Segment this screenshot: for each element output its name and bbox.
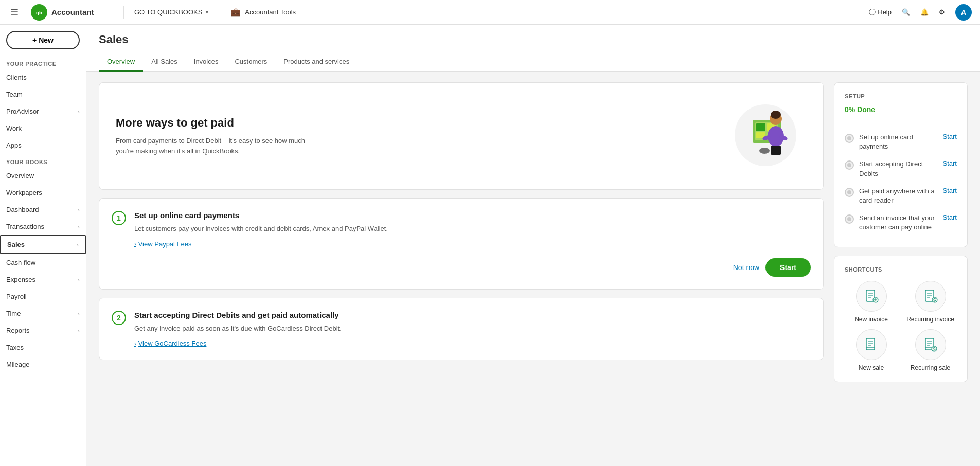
step-2-link[interactable]: › View GoCardless Fees (134, 339, 342, 347)
tab-overview[interactable]: Overview (99, 52, 143, 72)
transactions-chevron-icon: › (78, 224, 80, 230)
shortcut-recurring-invoice[interactable]: Recurring invoice (904, 281, 957, 323)
step-1-header: 1 Set up online card payments Let custom… (112, 211, 811, 248)
svg-rect-27 (866, 338, 875, 350)
sidebar-item-dashboard[interactable]: Dashboard › (0, 201, 86, 218)
hero-text: More ways to get paid From card payments… (116, 116, 311, 156)
step-1-link[interactable]: › View Paypal Fees (134, 240, 388, 248)
setup-panel: SETUP 0% Done Set up online card payment… (834, 82, 968, 247)
avatar[interactable]: A (955, 4, 972, 21)
tab-invoices[interactable]: Invoices (186, 52, 227, 72)
nav-divider-2 (220, 6, 220, 19)
briefcase-icon: 💼 (230, 7, 241, 17)
hero-card: More ways to get paid From card payments… (99, 82, 824, 190)
new-sale-icon (856, 329, 887, 360)
sidebar-item-transactions[interactable]: Transactions › (0, 218, 86, 235)
step-1-content: Set up online card payments Let customer… (134, 211, 388, 248)
sidebar-item-cashflow[interactable]: Cash flow (0, 254, 86, 271)
search-button[interactable]: 🔍 (902, 8, 910, 16)
step-2-link-chevron-icon: › (134, 340, 136, 347)
logo-text: Accountant (51, 8, 94, 16)
setup-item-1: Start accepting Direct Debits Start (845, 155, 957, 182)
settings-button[interactable]: ⚙ (939, 8, 945, 16)
page-body: More ways to get paid From card payments… (86, 72, 980, 466)
tab-all-sales[interactable]: All Sales (143, 52, 186, 72)
sidebar-item-overview[interactable]: Overview (0, 167, 86, 184)
sidebar-item-work[interactable]: Work (0, 120, 86, 137)
hamburger-icon[interactable]: ☰ (8, 5, 21, 20)
setup-label: SETUP (845, 93, 957, 99)
recurring-sale-label: Recurring sale (911, 364, 950, 371)
top-nav-right: ⓘ Help 🔍 🔔 ⚙ A (869, 4, 972, 21)
new-invoice-label: New invoice (854, 316, 888, 323)
page-header: Sales Overview All Sales Invoices Custom… (86, 25, 980, 72)
accountant-tools-button[interactable]: 💼 Accountant Tools (230, 7, 296, 17)
setup-item-3: Send an invoice that your customer can p… (845, 209, 957, 236)
notifications-button[interactable]: 🔔 (920, 8, 929, 16)
proadvisor-chevron-icon: › (78, 109, 80, 115)
sidebar-item-workpapers[interactable]: Workpapers (0, 184, 86, 201)
step-1-description: Let customers pay your invoices with cre… (134, 224, 388, 234)
sidebar-item-team[interactable]: Team (0, 86, 86, 103)
help-button[interactable]: ⓘ Help (869, 8, 892, 17)
bell-icon: 🔔 (920, 8, 929, 16)
setup-start-2[interactable]: Start (943, 187, 957, 194)
main-layout: + New YOUR PRACTICE Clients Team ProAdvi… (0, 25, 980, 466)
sidebar-item-apps[interactable]: Apps (0, 137, 86, 154)
hero-illustration (724, 99, 807, 173)
shortcut-recurring-sale[interactable]: Recurring sale (904, 329, 957, 371)
tabs-bar: Overview All Sales Invoices Customers Pr… (99, 52, 968, 71)
setup-check-3 (845, 214, 854, 224)
hero-title: More ways to get paid (116, 116, 311, 130)
sidebar-item-taxes[interactable]: Taxes (0, 339, 86, 356)
recurring-invoice-label: Recurring invoice (906, 316, 954, 323)
svg-text:qb: qb (36, 9, 42, 15)
sidebar-item-mileage[interactable]: Mileage (0, 356, 86, 373)
top-nav: ☰ qb Accountant GO TO QUICKBOOKS ▼ 💼 Acc… (0, 0, 980, 25)
step-2-card: 2 Start accepting Direct Debits and get … (99, 298, 824, 361)
goto-chevron-icon: ▼ (204, 9, 209, 15)
sidebar-item-payroll[interactable]: Payroll (0, 288, 86, 305)
not-now-button[interactable]: Not now (733, 263, 759, 272)
sidebar-item-time[interactable]: Time › (0, 305, 86, 322)
sidebar-item-clients[interactable]: Clients (0, 69, 86, 86)
sidebar-item-reports[interactable]: Reports › (0, 322, 86, 339)
shortcuts-panel: SHORTCUTS (834, 256, 968, 382)
recurring-invoice-icon (915, 281, 946, 312)
sidebar: + New YOUR PRACTICE Clients Team ProAdvi… (0, 25, 86, 466)
shortcuts-grid: New invoice (845, 281, 957, 371)
tab-customers[interactable]: Customers (226, 52, 275, 72)
step-1-actions: Not now Start (112, 258, 811, 277)
shortcut-new-sale[interactable]: New sale (845, 329, 898, 371)
step-2-title: Start accepting Direct Debits and get pa… (134, 311, 342, 319)
step-2-description: Get any invoice paid as soon as it's due… (134, 324, 342, 334)
step-1-number: 1 (112, 211, 126, 225)
content-area: Sales Overview All Sales Invoices Custom… (86, 25, 980, 466)
dashboard-chevron-icon: › (78, 207, 80, 213)
setup-start-1[interactable]: Start (943, 159, 957, 167)
new-button-container: + New (6, 31, 80, 49)
shortcut-new-invoice[interactable]: New invoice (845, 281, 898, 323)
sidebar-item-sales[interactable]: Sales › (0, 235, 86, 254)
setup-start-3[interactable]: Start (943, 213, 957, 221)
sidebar-item-expenses[interactable]: Expenses › (0, 271, 86, 288)
recurring-sale-icon (915, 329, 946, 360)
nav-divider (123, 6, 124, 19)
step-2-content: Start accepting Direct Debits and get pa… (134, 311, 342, 348)
svg-point-13 (759, 148, 770, 154)
time-chevron-icon: › (78, 311, 80, 317)
tab-products-services[interactable]: Products and services (275, 52, 358, 72)
new-button[interactable]: + New (6, 31, 80, 49)
search-icon: 🔍 (902, 8, 910, 16)
step-1-title: Set up online card payments (134, 211, 388, 220)
goto-quickbooks-button[interactable]: GO TO QUICKBOOKS ▼ (134, 8, 209, 16)
new-invoice-icon (856, 281, 887, 312)
your-books-label: YOUR BOOKS (0, 154, 86, 167)
expenses-chevron-icon: › (78, 277, 80, 283)
setup-check-0 (845, 134, 854, 143)
step-2-header: 2 Start accepting Direct Debits and get … (112, 311, 811, 348)
svg-point-37 (932, 346, 937, 351)
start-button[interactable]: Start (765, 258, 811, 277)
setup-start-0[interactable]: Start (943, 133, 957, 140)
sidebar-item-proadvisor[interactable]: ProAdvisor › (0, 103, 86, 120)
